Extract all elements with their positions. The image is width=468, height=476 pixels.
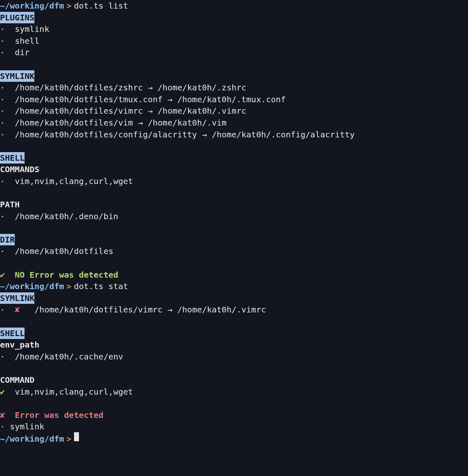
bullet-icon: · [0, 23, 5, 35]
command-label: COMMAND [0, 374, 468, 386]
prompt-cwd: ~/working/dfm [0, 281, 64, 292]
cross-icon: ✘ [15, 305, 20, 314]
list-item: · /home/kat0h/dotfiles [0, 245, 468, 257]
prompt-line-3[interactable]: ~/working/dfm > [0, 433, 468, 445]
prompt-cwd: ~/working/dfm [0, 433, 64, 445]
list-item: · ✘ /home/kat0h/dotfiles/vimrc → /home/k… [0, 304, 468, 316]
list-item: · /home/kat0h/.deno/bin [0, 211, 468, 222]
commands-label: COMMANDS [0, 164, 468, 175]
symlink-path: /home/kat0h/dotfiles/vimrc → /home/kat0h… [15, 106, 246, 116]
prompt-arrow: > [67, 281, 72, 292]
result-error-line: ✘ Error was detected [0, 409, 468, 421]
bullet-icon: · [0, 304, 5, 316]
check-icon: ✔ [0, 270, 5, 280]
section-shell-header: SHELL [0, 152, 25, 164]
list-item: · /home/kat0h/dotfiles/vim → /home/kat0h… [0, 117, 468, 129]
list-item: · /home/kat0h/dotfiles/config/alacritty … [0, 129, 468, 141]
bullet-icon: · [0, 105, 5, 117]
command-value: vim,nvim,clang,curl,wget [15, 387, 133, 397]
symlink-path: /home/kat0h/dotfiles/config/alacritty → … [15, 130, 355, 139]
prompt-command: dot.ts stat [74, 281, 128, 292]
list-item: ✔ vim,nvim,clang,curl,wget [0, 386, 468, 398]
result-message: NO Error was detected [15, 270, 118, 280]
list-item: · /home/kat0h/dotfiles/tmux.conf → /home… [0, 94, 468, 106]
list-item: · vim,nvim,clang,curl,wget [0, 175, 468, 187]
prompt-command: dot.ts list [74, 0, 128, 12]
bullet-icon: · [0, 94, 5, 106]
path-label: PATH [0, 199, 468, 211]
bullet-icon: · [0, 421, 5, 433]
cross-icon: ✘ [0, 410, 5, 420]
plugin-name: dir [15, 47, 29, 57]
error-detail: symlink [10, 422, 44, 431]
result-ok-line: ✔ NO Error was detected [0, 269, 468, 281]
prompt-arrow: > [67, 433, 72, 445]
bullet-icon: · [0, 245, 5, 257]
section-plugins-header: PLUGINS [0, 12, 34, 24]
section-dir-header: DIR [0, 234, 15, 246]
bullet-icon: · [0, 35, 5, 47]
check-icon: ✔ [0, 387, 5, 397]
section-symlink-header: SYMLINK [0, 70, 34, 82]
list-item: · shell [0, 35, 468, 47]
result-message: Error was detected [15, 410, 104, 420]
list-item: · /home/kat0h/dotfiles/vimrc → /home/kat… [0, 105, 468, 117]
list-item: · /home/kat0h/dotfiles/zshrc → /home/kat… [0, 82, 468, 94]
bullet-icon: · [0, 351, 5, 363]
commands-value: vim,nvim,clang,curl,wget [15, 176, 133, 186]
prompt-arrow: > [67, 0, 72, 12]
prompt-line-1: ~/working/dfm > dot.ts list [0, 0, 468, 12]
list-item: · symlink [0, 23, 468, 35]
bullet-icon: · [0, 175, 5, 187]
list-item: · /home/kat0h/.cache/env [0, 351, 468, 363]
bullet-icon: · [0, 129, 5, 141]
cursor-block[interactable] [74, 432, 79, 441]
list-item: · dir [0, 47, 468, 58]
path-value: /home/kat0h/.deno/bin [15, 211, 118, 221]
bullet-icon: · [0, 47, 5, 58]
list-item: · symlink [0, 421, 468, 433]
section-symlink-header: SYMLINK [0, 292, 34, 304]
section-shell-header: SHELL [0, 328, 25, 339]
bullet-icon: · [0, 211, 5, 222]
bullet-icon: · [0, 82, 5, 94]
symlink-stat-path: /home/kat0h/dotfiles/vimrc → /home/kat0h… [34, 305, 266, 314]
symlink-path: /home/kat0h/dotfiles/zshrc → /home/kat0h… [15, 83, 246, 92]
env-path-label: env_path [0, 339, 468, 351]
prompt-cwd: ~/working/dfm [0, 0, 64, 12]
symlink-path: /home/kat0h/dotfiles/vim → /home/kat0h/.… [15, 118, 227, 128]
env-path-value: /home/kat0h/.cache/env [15, 352, 123, 361]
symlink-path: /home/kat0h/dotfiles/tmux.conf → /home/k… [15, 94, 286, 104]
prompt-line-2: ~/working/dfm > dot.ts stat [0, 281, 468, 292]
plugin-name: symlink [15, 24, 49, 34]
dir-value: /home/kat0h/dotfiles [15, 246, 113, 256]
bullet-icon: · [0, 117, 5, 129]
plugin-name: shell [15, 36, 39, 46]
